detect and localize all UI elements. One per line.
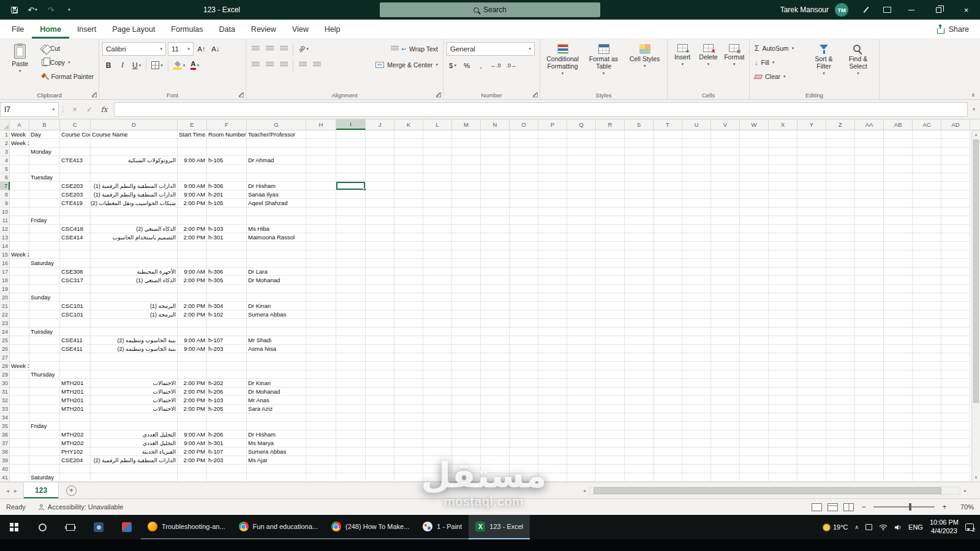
cell-AC4[interactable] (913, 156, 941, 165)
cell-B41[interactable]: Saturday (29, 473, 60, 482)
cell-E41[interactable] (178, 473, 207, 482)
cell-C31[interactable]: MTH201 (60, 388, 91, 396)
cell-U21[interactable] (682, 302, 711, 310)
next-sheet-arrow[interactable]: ▸ (14, 487, 17, 494)
cell-T29[interactable] (654, 370, 682, 379)
cell-H16[interactable] (306, 259, 336, 268)
cell-Q28[interactable] (567, 362, 596, 370)
cell-P26[interactable] (538, 345, 567, 353)
cell-C27[interactable] (60, 353, 91, 362)
cell-I8[interactable] (336, 190, 366, 199)
cell-Q36[interactable] (567, 430, 596, 439)
cell-F18[interactable]: h-305 (207, 276, 247, 285)
cell-AA15[interactable] (855, 250, 884, 259)
cell-AD28[interactable] (941, 362, 970, 370)
cell-A38[interactable] (10, 448, 29, 456)
cell-M4[interactable] (452, 156, 481, 165)
cell-R16[interactable] (596, 259, 625, 268)
cell-D29[interactable] (91, 370, 178, 379)
cell-Q38[interactable] (567, 448, 596, 456)
cell-AB16[interactable] (884, 259, 913, 268)
column-header-I[interactable]: I (336, 119, 366, 130)
cell-Y2[interactable] (797, 139, 826, 148)
cell-P16[interactable] (538, 259, 567, 268)
italic-button[interactable]: I (116, 59, 129, 72)
cell-J24[interactable] (366, 328, 394, 336)
cell-H31[interactable] (306, 388, 336, 396)
cell-X29[interactable] (769, 370, 797, 379)
cell-E38[interactable]: 2:00 PM (178, 448, 207, 456)
cell-N16[interactable] (481, 259, 510, 268)
align-center-button[interactable] (263, 58, 276, 71)
cell-W23[interactable] (740, 319, 769, 328)
row-header-1[interactable]: 1 (0, 130, 10, 139)
cell-E36[interactable]: 9:00 AM (178, 430, 207, 439)
cell-D26[interactable]: بنية الحاسوب وتنظيمه (2) (91, 345, 178, 353)
cell-S40[interactable] (625, 465, 654, 473)
cell-F15[interactable] (207, 250, 247, 259)
cell-Y41[interactable] (797, 473, 826, 482)
cell-P23[interactable] (538, 319, 567, 328)
cell-H14[interactable] (306, 242, 336, 250)
cell-W9[interactable] (740, 199, 769, 208)
cell-AB27[interactable] (884, 353, 913, 362)
cell-O27[interactable] (510, 353, 538, 362)
align-bottom-button[interactable] (277, 42, 290, 55)
cell-AC17[interactable] (913, 268, 941, 276)
cell-AB2[interactable] (884, 139, 913, 148)
cell-B6[interactable]: Tuesday (29, 173, 60, 182)
cell-H10[interactable] (306, 208, 336, 216)
cell-W28[interactable] (740, 362, 769, 370)
cell-M17[interactable] (452, 268, 481, 276)
cell-U10[interactable] (682, 208, 711, 216)
cell-R4[interactable] (596, 156, 625, 165)
cell-AA13[interactable] (855, 233, 884, 242)
column-header-V[interactable]: V (711, 119, 740, 130)
cell-N32[interactable] (481, 396, 510, 405)
cell-AB17[interactable] (884, 268, 913, 276)
cell-AA9[interactable] (855, 199, 884, 208)
cell-L18[interactable] (423, 276, 452, 285)
cell-L20[interactable] (423, 293, 452, 302)
cell-C35[interactable] (60, 422, 91, 430)
show-hidden-icons-button[interactable]: ∧ (854, 524, 859, 530)
cell-A12[interactable] (10, 225, 29, 233)
cell-M14[interactable] (452, 242, 481, 250)
cell-K31[interactable] (394, 388, 423, 396)
cell-S33[interactable] (625, 405, 654, 413)
cell-M26[interactable] (452, 345, 481, 353)
cell-L4[interactable] (423, 156, 452, 165)
cell-F21[interactable]: h-304 (207, 302, 247, 310)
cell-F2[interactable] (207, 139, 247, 148)
cell-L41[interactable] (423, 473, 452, 482)
cell-S24[interactable] (625, 328, 654, 336)
cell-S17[interactable] (625, 268, 654, 276)
cell-N38[interactable] (481, 448, 510, 456)
cell-X17[interactable] (769, 268, 797, 276)
cell-E20[interactable] (178, 293, 207, 302)
cell-T25[interactable] (654, 336, 682, 345)
cell-U3[interactable] (682, 148, 711, 156)
cell-E34[interactable] (178, 413, 207, 422)
row-header-40[interactable]: 40 (0, 465, 10, 473)
cell-V17[interactable] (711, 268, 740, 276)
fill-button[interactable]: ↓Fill▾ (753, 56, 805, 69)
cell-C41[interactable] (60, 473, 91, 482)
cell-M39[interactable] (452, 456, 481, 465)
cell-T17[interactable] (654, 268, 682, 276)
cell-R35[interactable] (596, 422, 625, 430)
cell-M23[interactable] (452, 319, 481, 328)
new-sheet-button[interactable]: + (66, 485, 77, 496)
cell-D30[interactable]: الاحتمالات (91, 379, 178, 388)
cell-W5[interactable] (740, 165, 769, 173)
cell-AB25[interactable] (884, 336, 913, 345)
cell-G11[interactable] (247, 216, 306, 225)
cell-L16[interactable] (423, 259, 452, 268)
cell-AB26[interactable] (884, 345, 913, 353)
cell-F17[interactable]: h-306 (207, 268, 247, 276)
cell-C22[interactable]: CSC101 (60, 310, 91, 319)
cell-U4[interactable] (682, 156, 711, 165)
cell-P13[interactable] (538, 233, 567, 242)
cell-B19[interactable] (29, 285, 60, 293)
cell-AD19[interactable] (941, 285, 970, 293)
